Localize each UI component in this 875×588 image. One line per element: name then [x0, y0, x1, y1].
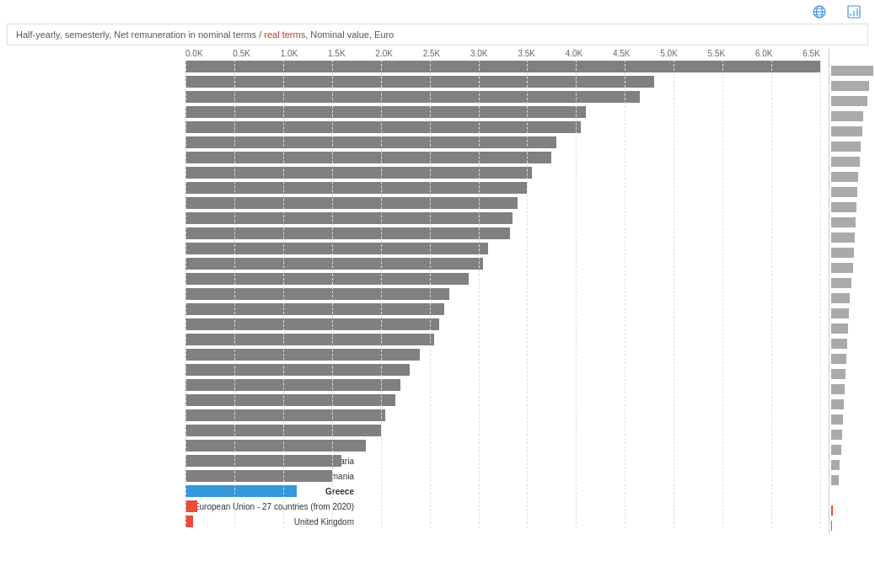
bar-row[interactable]: Croatia: [185, 363, 820, 377]
sidebar-bar-fill: [831, 217, 856, 227]
bar-fill: [185, 349, 420, 361]
chart-main: 0.0K0.5K1.0K1.5K2.0K2.5K3.0K3.5K4.0K4.5K…: [0, 49, 829, 534]
show-legend-button[interactable]: [813, 5, 830, 19]
bar-row[interactable]: Finland: [185, 105, 820, 119]
bar-fill: [185, 455, 341, 467]
bar-track: [185, 485, 820, 497]
bar-row[interactable]: Latvia: [185, 318, 820, 331]
sidebar-bar-row: [829, 231, 875, 244]
sidebar-bar-fill: [831, 414, 843, 425]
sidebar-bar-fill: [831, 187, 857, 197]
sidebar-bar-fill: [831, 81, 869, 91]
bar-fill: [185, 500, 197, 512]
bar-fill: [185, 182, 527, 194]
bar-track: [185, 273, 820, 285]
info-banner: Half-yearly, semesterly, Net remuneratio…: [7, 24, 868, 45]
bar-fill: [185, 152, 551, 163]
sidebar-bar-fill: [831, 202, 856, 212]
x-axis-label: 0.0K: [185, 49, 203, 58]
sidebar-bar-row: [829, 352, 875, 366]
sidebar-x-axis: [829, 49, 875, 64]
sidebar-bar-fill: [831, 460, 840, 470]
bar-fill: [185, 364, 410, 376]
sidebar-bar-row: [829, 216, 875, 229]
x-axis: 0.0K0.5K1.0K1.5K2.0K2.5K3.0K3.5K4.0K4.5K…: [8, 49, 829, 58]
sidebar-bar-fill: [831, 475, 839, 485]
sidebar-bar-fill: [831, 384, 845, 394]
bar-row[interactable]: Poland: [185, 439, 820, 452]
bar-row[interactable]: Sweden: [185, 242, 820, 255]
x-axis-label: 3.5K: [518, 49, 535, 58]
sidebar-bar-fill: [831, 96, 867, 106]
bar-track: [185, 258, 820, 270]
sidebar-bar-row: [829, 261, 875, 275]
bar-fill: [185, 121, 581, 133]
bar-track: [185, 303, 820, 315]
sidebar-bar-row: [829, 489, 875, 502]
bar-fill: [185, 440, 366, 452]
sidebar-bar-row: [829, 398, 875, 411]
sidebar-bar-row: [829, 473, 875, 487]
bar-track: [185, 91, 820, 103]
bar-fill: [185, 167, 532, 179]
bar-row[interactable]: Romania: [185, 469, 820, 483]
bar-fill: [185, 409, 385, 421]
sidebar-bar-row: [829, 413, 875, 426]
x-axis-label: 2.5K: [423, 49, 441, 58]
bar-row[interactable]: European Union - 27 countries (from 2020…: [185, 500, 820, 513]
bar-row[interactable]: Bulgaria: [185, 454, 820, 468]
bar-row[interactable]: Czechia: [185, 302, 820, 316]
highlight-real-terms: real terms: [264, 29, 305, 40]
chart-sidebar: [829, 49, 875, 534]
x-axis-label: 3.0K: [470, 49, 488, 58]
bar-row[interactable]: Spain: [185, 211, 820, 225]
sidebar-bar-row: [829, 276, 875, 290]
bar-track: [185, 470, 820, 482]
bar-row[interactable]: Hungary: [185, 424, 820, 437]
bar-row[interactable]: France: [185, 257, 820, 270]
bar-row[interactable]: Cyprus: [185, 272, 820, 286]
bar-row[interactable]: Estonia: [185, 136, 820, 149]
sidebar-bar-fill: [831, 445, 841, 455]
bar-track: [185, 136, 820, 148]
bar-track: [185, 197, 820, 209]
bar-row[interactable]: Malta: [185, 409, 820, 422]
sidebar-bar-row: [829, 155, 875, 168]
sidebar-bar-row: [829, 140, 875, 153]
bar-row[interactable]: Austria: [185, 120, 820, 134]
x-axis-label: 5.5K: [708, 49, 726, 58]
bar-row[interactable]: Greece: [185, 484, 820, 498]
sidebar-bar-row: [829, 428, 875, 441]
bar-track: [185, 152, 820, 163]
x-axis-label: 0.5K: [233, 49, 250, 58]
bar-row[interactable]: Slovenia: [185, 333, 820, 346]
bar-track: [185, 288, 820, 300]
bar-row[interactable]: United Kingdom: [185, 515, 820, 528]
chart-container: 0.0K0.5K1.0K1.5K2.0K2.5K3.0K3.5K4.0K4.5K…: [0, 49, 875, 534]
bar-row[interactable]: European Union (EU6-1958, EU9-1973, E...: [185, 227, 820, 240]
sidebar-bar-fill: [831, 323, 848, 334]
bar-row[interactable]: Denmark: [185, 90, 820, 104]
bar-row[interactable]: Portugal: [185, 378, 820, 392]
bar-row[interactable]: Belgium: [185, 166, 820, 179]
sidebar-bars: [829, 64, 875, 532]
sidebar-bar-row: [829, 170, 875, 184]
bar-row[interactable]: Ireland: [185, 181, 820, 195]
bar-row[interactable]: Italy: [185, 348, 820, 361]
bar-fill: [185, 243, 488, 254]
bar-row[interactable]: European Union (aggregate changing acc..…: [185, 196, 820, 210]
bar-track: [185, 394, 820, 406]
x-axis-label: 1.5K: [328, 49, 346, 58]
bar-row[interactable]: Germany: [185, 75, 820, 88]
bar-row[interactable]: Slovakia: [185, 287, 820, 301]
bar-row[interactable]: Lithuania: [185, 393, 820, 407]
x-axis-label: 1.0K: [281, 49, 298, 58]
bar-row[interactable]: Netherlands: [185, 151, 820, 164]
export-chart-button[interactable]: [847, 5, 865, 19]
export-icon: [847, 5, 861, 19]
sidebar-bar-fill: [831, 233, 855, 243]
x-axis-label: 6.5K: [803, 49, 820, 58]
sidebar-bar-row: [829, 337, 875, 350]
bar-row[interactable]: Luxembourg: [185, 60, 820, 73]
sidebar-bar-fill: [831, 248, 854, 258]
